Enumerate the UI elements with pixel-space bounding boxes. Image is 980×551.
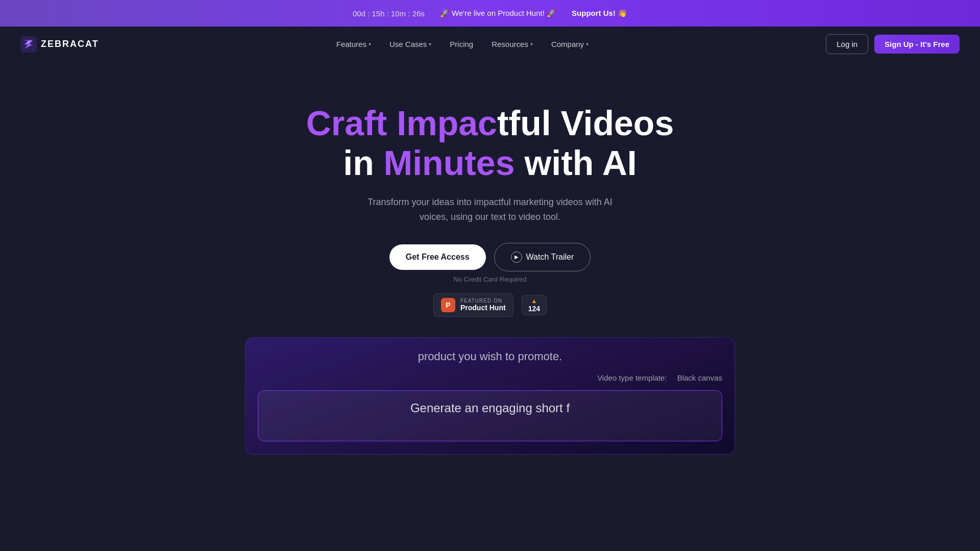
zebracat-logo-icon	[20, 36, 37, 53]
demo-prompt: product you wish to promote.	[258, 350, 722, 363]
template-label: Video type template:	[597, 373, 667, 382]
upvote-arrow-icon: ▲	[531, 297, 537, 305]
top-banner: 00d : 15h : 10m : 26s 🚀 We're live on Pr…	[0, 0, 980, 27]
hero-title: Craft Impactful Videos in Minutes with A…	[306, 103, 674, 183]
nav-resources[interactable]: Resources ▾	[484, 36, 540, 53]
chevron-down-icon: ▾	[530, 41, 533, 47]
ph-featured-block: P FEATURED ON Product Hunt	[433, 293, 513, 317]
hero-section: Craft Impactful Videos in Minutes with A…	[0, 62, 980, 475]
nav-pricing[interactable]: Pricing	[443, 36, 480, 53]
hero-title-purple-1: Craft Impac	[306, 104, 497, 142]
chevron-down-icon: ▾	[429, 41, 431, 47]
navbar-actions: Log in Sign Up - It's Free	[826, 34, 960, 54]
countdown-timer: 00d : 15h : 10m : 26s	[353, 9, 425, 18]
ph-text: FEATURED ON Product Hunt	[460, 298, 506, 312]
chevron-down-icon: ▾	[586, 41, 589, 47]
no-credit-label: No Credit Card Required	[453, 276, 526, 283]
hero-cta-buttons: Get Free Access ▶ Watch Trailer	[389, 243, 591, 271]
logo-text: ZEBRACAT	[41, 39, 99, 49]
navbar: ZEBRACAT Features ▾ Use Cases ▾ Pricing …	[0, 27, 980, 62]
play-icon: ▶	[511, 252, 522, 263]
get-free-access-button[interactable]: Get Free Access	[389, 244, 486, 270]
hero-title-white-1: tful Videos	[497, 104, 674, 142]
demo-inner-text: Generate an engaging short f	[410, 401, 570, 415]
hero-title-purple-2: Minutes	[384, 143, 515, 182]
demo-template-row: Video type template: Black canvas	[258, 373, 722, 382]
hero-title-white-3: with AI	[514, 143, 636, 182]
chevron-down-icon: ▾	[369, 41, 371, 47]
ph-upvote-count[interactable]: ▲ 124	[522, 295, 547, 315]
product-hunt-logo: P	[441, 298, 455, 312]
product-hunt-live: 🚀 We're live on Product Hunt! 🚀	[440, 9, 556, 18]
support-us-link[interactable]: Support Us! 👋	[572, 9, 627, 18]
hero-title-white-2: in	[343, 143, 383, 182]
demo-input-area: Generate an engaging short f	[258, 390, 722, 441]
demo-preview: product you wish to promote. Video type …	[245, 337, 735, 455]
login-button[interactable]: Log in	[826, 34, 868, 54]
nav-features[interactable]: Features ▾	[329, 36, 378, 53]
logo-area: ZEBRACAT	[20, 36, 99, 53]
upvote-number: 124	[528, 305, 540, 313]
nav-items: Features ▾ Use Cases ▾ Pricing Resources…	[329, 36, 596, 53]
signup-button[interactable]: Sign Up - It's Free	[874, 35, 960, 54]
watch-trailer-button[interactable]: ▶ Watch Trailer	[494, 243, 591, 271]
ph-featured-label: FEATURED ON	[460, 298, 506, 304]
template-value: Black canvas	[677, 373, 722, 382]
nav-company[interactable]: Company ▾	[544, 36, 596, 53]
nav-use-cases[interactable]: Use Cases ▾	[382, 36, 438, 53]
hero-subtitle: Transform your ideas into impactful mark…	[357, 195, 623, 224]
product-hunt-badge[interactable]: P FEATURED ON Product Hunt ▲ 124	[433, 293, 547, 317]
ph-name: Product Hunt	[460, 304, 506, 312]
